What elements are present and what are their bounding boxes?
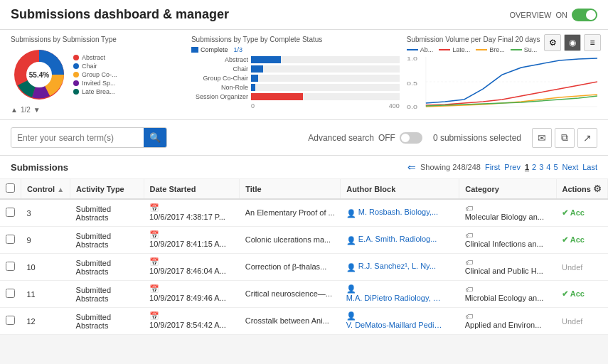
row-author-block: 👤 V. DeMatos-Maillard Pediatric Gastroen… (341, 308, 459, 335)
person-icon: 👤 (346, 236, 356, 245)
legend-item-late: Late Brea... (73, 88, 117, 95)
overview-toggle-switch[interactable] (572, 9, 597, 21)
row-author-name: E.A. Smith. Radiolog... (358, 235, 437, 243)
last-link[interactable]: Last (582, 163, 597, 171)
th-control[interactable]: Control ▲ (21, 179, 70, 199)
pagination-info: ⇐ Showing 248/248 First Prev 1 2 3 4 5 N… (407, 161, 597, 173)
row-author-block: 👤 R.J. Sanchez¹, L. Ny... (341, 254, 459, 281)
row-control: 12 (21, 308, 70, 335)
first-link[interactable]: First (485, 163, 500, 171)
selected-count: 0 submissions selected (433, 133, 521, 143)
complete-legend-item: Complete (191, 46, 228, 53)
export-button[interactable]: ↗ (577, 128, 597, 148)
page-5[interactable]: 5 (553, 163, 558, 171)
row-actions: ✔ Acc (556, 281, 607, 308)
pie-nav-down[interactable]: ▼ (33, 106, 41, 114)
table-row: 3 Submitted Abstracts 📅 10/6/2017 4:38:1… (0, 199, 608, 227)
bar-track-nonrole (251, 84, 400, 91)
row-title: Critical neuroscience—... (240, 281, 341, 308)
row-author-block: 👤 E.A. Smith. Radiolog... (341, 227, 459, 254)
email-button[interactable]: ✉ (532, 128, 552, 148)
row-date-started: 📅 10/9/2017 8:46:04 A... (144, 254, 240, 281)
bar-label-nonrole: Non-Role (191, 84, 248, 91)
bar-row-group: Group Co-Chair (191, 75, 400, 82)
row-title: Crosstalk between Ani... (240, 308, 341, 335)
table-section: Submissions ⇐ Showing 248/248 First Prev… (0, 156, 608, 335)
pie-nav-up[interactable]: ▲ (11, 106, 18, 114)
row-activity-type: Submitted Abstracts (70, 281, 144, 308)
xaxis-zero: 0 (251, 102, 255, 109)
legend-label-chair: Chair (82, 63, 97, 70)
overview-label: OVERVIEW (509, 11, 551, 19)
pagination-icon: ⇐ (407, 161, 416, 173)
search-input[interactable] (11, 129, 144, 147)
action-badge: Undef (562, 263, 582, 272)
page-3[interactable]: 3 (539, 163, 543, 171)
legend-dot-group (73, 72, 79, 77)
settings-button[interactable]: ⚙ (544, 34, 561, 51)
th-category[interactable]: Category (459, 179, 556, 199)
row-date-started: 📅 10/9/2017 8:49:46 A... (144, 281, 240, 308)
pie-view-button[interactable]: ◉ (564, 34, 581, 51)
pie-nav-text: 1/2 (21, 106, 31, 114)
th-author-block[interactable]: Author Block (341, 179, 459, 199)
th-checkbox (0, 179, 21, 199)
search-button[interactable]: 🔍 (144, 128, 166, 147)
row-checkbox-4[interactable] (6, 316, 15, 325)
bar-track-chair (251, 65, 400, 73)
bar-track-group (251, 75, 400, 82)
legend-item-group: Group Co-... (73, 71, 117, 78)
row-checkbox-3[interactable] (6, 289, 15, 298)
list-view-button[interactable]: ≡ (584, 34, 601, 51)
pie-legend: Abstract Chair Group Co-... Invited Sp..… (73, 54, 117, 95)
bar-fill-abstract-complete (251, 56, 281, 63)
legend-item-invited: Invited Sp... (73, 80, 117, 87)
line-label-ab: Ab... (420, 46, 434, 53)
page-4[interactable]: 4 (546, 163, 550, 171)
action-icons: ✉ ⧉ ↗ (532, 128, 597, 148)
copy-button[interactable]: ⧉ (555, 128, 575, 148)
next-link[interactable]: Next (562, 163, 579, 171)
row-checkbox-cell (0, 281, 21, 308)
row-author-block: 👤 M.A. DiPietro Radiology, C.S. Mott Ch.… (341, 281, 459, 308)
row-checkbox-2[interactable] (6, 262, 15, 271)
row-activity-type: Submitted Abstracts (70, 227, 144, 254)
table-header-row: Control ▲ Activity Type Date Started Tit… (0, 179, 608, 199)
line-legend-su: Su... (511, 46, 538, 53)
row-actions: Undef (556, 308, 607, 335)
actions-gear-icon[interactable]: ⚙ (593, 183, 602, 194)
bar-complete-legend: Complete 1/3 (191, 46, 400, 53)
row-category: 🏷 Clinical Infections an... (459, 227, 556, 254)
row-category-text: Clinical Infections an... (465, 240, 543, 248)
th-title[interactable]: Title (240, 179, 341, 199)
row-checkbox-1[interactable] (6, 235, 15, 244)
action-badge: ✔ Acc (562, 235, 585, 244)
row-checkbox-cell (0, 308, 21, 335)
row-title: An Elementary Proof of ... (240, 199, 341, 227)
pie-chart-visual: 55.4% (11, 46, 68, 103)
action-badge: ✔ Acc (562, 289, 585, 298)
th-date-started[interactable]: Date Started (144, 179, 240, 199)
page-1[interactable]: 1 (525, 163, 529, 171)
row-checkbox-0[interactable] (6, 208, 15, 217)
table-row: 11 Submitted Abstracts 📅 10/9/2017 8:49:… (0, 281, 608, 308)
table-header-bar: Submissions ⇐ Showing 248/248 First Prev… (0, 156, 608, 179)
line-legend-bre: Bre... (476, 46, 505, 53)
row-author-block: 👤 M. Rosbash. Biology,... (341, 199, 459, 227)
prev-link[interactable]: Prev (504, 163, 521, 171)
row-title: Correction of β-thalas... (240, 254, 341, 281)
advanced-search-toggle[interactable] (400, 132, 422, 144)
table-row: 10 Submitted Abstracts 📅 10/9/2017 8:46:… (0, 254, 608, 281)
th-activity-type[interactable]: Activity Type (70, 179, 144, 199)
pie-chart-label: Submissions by Submission Type (11, 36, 184, 43)
row-category: 🏷 Applied and Environ... (459, 308, 556, 335)
row-checkbox-cell (0, 199, 21, 227)
page-2[interactable]: 2 (532, 163, 536, 171)
select-all-checkbox[interactable] (6, 183, 15, 193)
row-title-text: Critical neuroscience—... (245, 289, 332, 298)
bar-chart-label: Submissions by Type by Complete Status (191, 36, 400, 43)
advanced-toggle-state: OFF (378, 133, 395, 143)
row-author-name: R.J. Sanchez¹, L. Ny... (358, 262, 436, 270)
line-legend-late: Late... (439, 46, 470, 53)
bar-chart-rows: Abstract Chair Group Co-Chair Non-Role (191, 56, 400, 102)
